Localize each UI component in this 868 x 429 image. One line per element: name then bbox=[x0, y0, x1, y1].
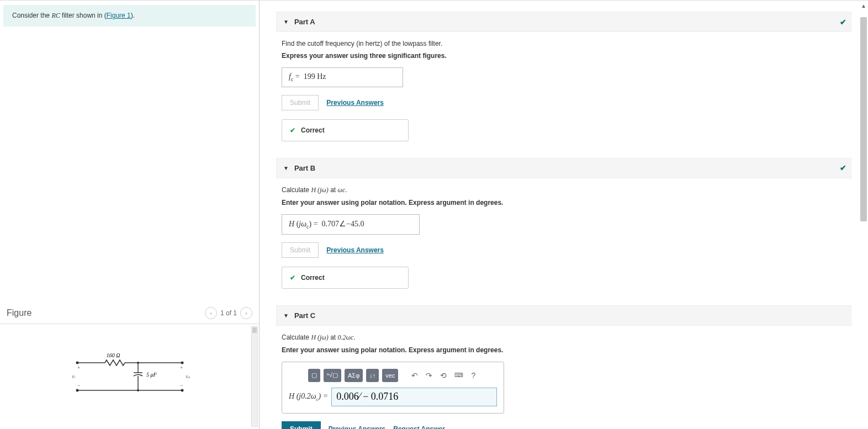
part-b-answer: H (jωc) = 0.707∠−45.0 bbox=[282, 214, 420, 235]
pager-prev-button[interactable]: ‹ bbox=[205, 307, 217, 319]
subscript-button[interactable]: ↓↑ bbox=[366, 369, 379, 382]
svg-text:160 Ω: 160 Ω bbox=[106, 352, 120, 358]
part-c-header[interactable]: ▼ Part C bbox=[276, 305, 851, 326]
request-answer-link[interactable]: Request Answer bbox=[393, 425, 445, 429]
part-b-answer-value: 0.707∠−45.0 bbox=[322, 220, 364, 228]
part-a-instruction: Find the cutoff frequency (in hertz) of … bbox=[282, 40, 846, 47]
prompt-text-2: filter shown in ( bbox=[60, 12, 107, 19]
figure-header: Figure ‹ 1 of 1 › bbox=[0, 303, 259, 324]
redo-icon[interactable]: ↷ bbox=[426, 371, 432, 380]
svg-text:5 μF: 5 μF bbox=[146, 372, 157, 378]
figure-title: Figure bbox=[7, 308, 31, 318]
right-scrollbar[interactable] bbox=[860, 17, 867, 221]
prompt-text: Consider the bbox=[12, 12, 51, 19]
figure-scrollbar[interactable] bbox=[251, 326, 258, 427]
part-a-answer: fc = 199 Hz bbox=[282, 67, 403, 87]
equation-toolbar: ▢ ⁿ√▢ ΑΣφ ↓↑ vec ↶ ↷ ⟲ ⌨ ? bbox=[289, 369, 497, 382]
eq-label: H (j0.2ωc) = bbox=[289, 392, 328, 402]
part-a-answer-value: 199 Hz bbox=[304, 72, 326, 81]
keyboard-icon[interactable]: ⌨ bbox=[454, 372, 463, 379]
part-a-feedback-text: Correct bbox=[301, 126, 325, 134]
svg-text:−: − bbox=[180, 383, 183, 388]
part-a-title: Part A bbox=[294, 18, 315, 26]
pager-text: 1 of 1 bbox=[220, 309, 237, 317]
collapse-icon: ▼ bbox=[283, 313, 289, 319]
part-c-instruction-bold: Enter your answer using polar notation. … bbox=[282, 346, 846, 354]
part-b-instruction-bold: Enter your answer using polar notation. … bbox=[282, 199, 846, 206]
content-scroll[interactable]: ▼ Part A ✔ Find the cutoff frequency (in… bbox=[260, 1, 868, 429]
prompt-rc: RC bbox=[51, 12, 60, 19]
svg-point-8 bbox=[76, 362, 78, 364]
prompt-text-3: ). bbox=[131, 12, 135, 19]
part-b-instruction: Calculate H (jω) at ωc. bbox=[282, 186, 846, 194]
part-b-submit-button: Submit bbox=[282, 242, 319, 258]
circuit-diagram: 160 Ω 5 μF + − + − vᵢ vₒ bbox=[66, 352, 193, 401]
equation-input[interactable] bbox=[331, 388, 497, 406]
svg-point-13 bbox=[137, 389, 139, 391]
svg-text:−: − bbox=[77, 383, 80, 388]
svg-point-12 bbox=[137, 362, 139, 364]
template-button[interactable]: ▢ bbox=[308, 369, 320, 382]
check-icon: ✔ bbox=[290, 274, 295, 282]
part-b-feedback: ✔ Correct bbox=[282, 267, 409, 289]
part-b-body: Calculate H (jω) at ωc. Enter your answe… bbox=[276, 178, 851, 294]
svg-point-10 bbox=[181, 362, 183, 364]
part-a-body: Find the cutoff frequency (in hertz) of … bbox=[276, 32, 851, 147]
check-icon: ✔ bbox=[290, 126, 295, 134]
check-icon: ✔ bbox=[840, 163, 846, 172]
check-icon: ✔ bbox=[840, 18, 846, 27]
part-a-previous-answers-link[interactable]: Previous Answers bbox=[326, 99, 384, 107]
svg-text:vₒ: vₒ bbox=[186, 373, 190, 379]
svg-text:vᵢ: vᵢ bbox=[72, 373, 76, 379]
help-icon[interactable]: ? bbox=[471, 371, 475, 380]
svg-text:+: + bbox=[180, 365, 183, 370]
right-panel: ▲ ▼ Part A ✔ Find the cutoff frequency (… bbox=[260, 1, 868, 429]
figure-pager: ‹ 1 of 1 › bbox=[205, 307, 252, 319]
part-b-feedback-text: Correct bbox=[301, 274, 325, 282]
greek-button[interactable]: ΑΣφ bbox=[345, 369, 363, 382]
svg-point-9 bbox=[76, 389, 78, 392]
collapse-icon: ▼ bbox=[283, 165, 289, 171]
part-a-header[interactable]: ▼ Part A ✔ bbox=[276, 12, 851, 32]
reset-icon[interactable]: ⟲ bbox=[440, 371, 447, 380]
part-a-submit-button: Submit bbox=[282, 95, 319, 110]
part-a-instruction-bold: Express your answer using three signific… bbox=[282, 52, 846, 60]
part-c: ▼ Part C Calculate H (jω) at 0.2ωc. Ente… bbox=[276, 305, 851, 429]
root-button[interactable]: ⁿ√▢ bbox=[324, 369, 341, 382]
part-b: ▼ Part B ✔ Calculate H (jω) at ωc. Enter… bbox=[276, 158, 851, 294]
collapse-icon: ▼ bbox=[283, 19, 289, 25]
part-c-previous-answers-link[interactable]: Previous Answers bbox=[329, 425, 386, 429]
figure-link[interactable]: Figure 1 bbox=[107, 12, 131, 19]
part-c-instruction: Calculate H (jω) at 0.2ωc. bbox=[282, 333, 846, 342]
part-b-previous-answers-link[interactable]: Previous Answers bbox=[326, 246, 384, 254]
svg-point-11 bbox=[181, 389, 183, 392]
part-a-feedback: ✔ Correct bbox=[282, 119, 409, 141]
part-c-body: Calculate H (jω) at 0.2ωc. Enter your an… bbox=[276, 326, 851, 429]
part-b-header[interactable]: ▼ Part B ✔ bbox=[276, 158, 851, 178]
part-b-title: Part B bbox=[294, 164, 315, 172]
part-a: ▼ Part A ✔ Find the cutoff frequency (in… bbox=[276, 12, 851, 147]
vec-button[interactable]: vec bbox=[382, 369, 398, 382]
left-panel: Consider the RC filter shown in (Figure … bbox=[0, 1, 260, 429]
part-c-submit-button[interactable]: Submit bbox=[282, 421, 321, 429]
svg-text:+: + bbox=[77, 365, 80, 370]
scroll-up-icon[interactable]: ▲ bbox=[859, 3, 868, 9]
undo-icon[interactable]: ↶ bbox=[411, 371, 418, 380]
problem-prompt: Consider the RC filter shown in (Figure … bbox=[3, 5, 256, 27]
part-c-title: Part C bbox=[294, 311, 315, 320]
figure-area: 160 Ω 5 μF + − + − vᵢ vₒ bbox=[0, 324, 259, 429]
equation-editor: ▢ ⁿ√▢ ΑΣφ ↓↑ vec ↶ ↷ ⟲ ⌨ ? bbox=[282, 362, 504, 414]
pager-next-button[interactable]: › bbox=[240, 307, 252, 319]
